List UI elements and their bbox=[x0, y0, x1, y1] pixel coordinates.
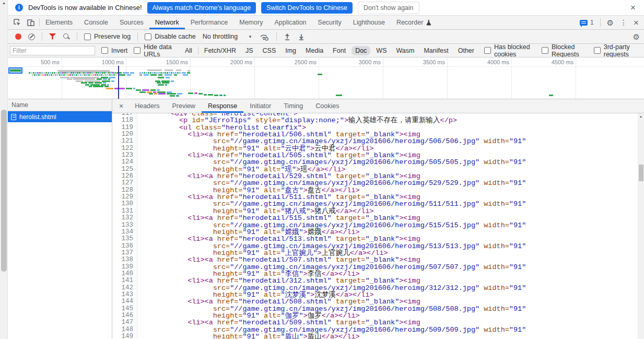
detail-tab-cookies[interactable]: Cookies bbox=[309, 99, 345, 113]
detail-tab-response[interactable]: Response bbox=[202, 99, 243, 113]
detail-tab-initiator[interactable]: Initiator bbox=[243, 99, 277, 113]
dont-show-again-button[interactable]: Don't show again bbox=[358, 2, 419, 14]
detail-tab-timing[interactable]: Timing bbox=[277, 99, 309, 113]
filter-type-img[interactable]: Img bbox=[282, 46, 300, 55]
detail-close-icon[interactable]: × bbox=[112, 99, 128, 113]
filter-type-manifest[interactable]: Manifest bbox=[420, 46, 452, 55]
waterfall-bar bbox=[147, 69, 162, 71]
main-tabs: ElementsConsoleSourcesNetworkPerformance… bbox=[40, 16, 437, 29]
network-main-split: Name herolist.shtml × HeadersPreviewResp… bbox=[8, 99, 644, 339]
page-scrollbar[interactable]: ▲ bbox=[0, 0, 8, 339]
checkbox[interactable] bbox=[594, 47, 601, 54]
detail-tab-headers[interactable]: Headers bbox=[128, 99, 166, 113]
timeline-gridline bbox=[576, 57, 576, 99]
filter-type-all[interactable]: All bbox=[181, 46, 196, 55]
has-blocked-cookies-checkbox[interactable]: Has blocked cookies bbox=[484, 43, 535, 58]
network-overview-waterfall[interactable]: 500 ms1000 ms1500 ms2000 ms2500 ms3000 m… bbox=[8, 57, 644, 99]
filter-funnel-icon[interactable] bbox=[49, 33, 56, 40]
devtools-window: ▲ i DevTools is now available in Chinese… bbox=[0, 0, 644, 339]
waterfall-bar bbox=[108, 72, 110, 74]
name-column-header[interactable]: Name bbox=[8, 99, 112, 111]
device-toolbar-icon[interactable] bbox=[27, 18, 35, 27]
checkbox[interactable] bbox=[84, 33, 91, 40]
request-type-filters: AllFetch/XHRJSCSSImgMediaFontDocWSWasmMa… bbox=[181, 46, 478, 55]
waterfall-bar bbox=[123, 72, 129, 74]
filter-type-wasm[interactable]: Wasm bbox=[393, 46, 418, 55]
request-row-herolist.shtml[interactable]: herolist.shtml bbox=[8, 111, 112, 122]
waterfall-bar bbox=[126, 88, 132, 89]
checkbox[interactable] bbox=[484, 47, 491, 54]
preserve-log-checkbox[interactable]: Preserve log bbox=[84, 33, 131, 40]
tabbar-icons bbox=[8, 16, 39, 29]
waterfall-bar bbox=[103, 74, 104, 76]
invert-checkbox[interactable]: Invert bbox=[101, 47, 127, 54]
tab-elements[interactable]: Elements bbox=[40, 16, 78, 29]
filter-input[interactable] bbox=[10, 46, 95, 55]
clear-icon[interactable] bbox=[28, 33, 35, 40]
waterfall-bar bbox=[67, 78, 72, 80]
tab-recorder[interactable]: Recorder bbox=[391, 16, 437, 29]
kebab-menu-icon[interactable]: ⋮ bbox=[620, 19, 627, 26]
switch-to-chinese-button[interactable]: Switch DevTools to Chinese bbox=[261, 2, 353, 14]
waterfall-bar bbox=[111, 80, 114, 82]
settings-gear-icon[interactable]: ⚙ bbox=[607, 19, 614, 27]
import-har-icon[interactable] bbox=[284, 33, 291, 41]
filter-type-other[interactable]: Other bbox=[454, 46, 478, 55]
infobar-close-icon[interactable]: × bbox=[627, 3, 639, 13]
checkbox[interactable] bbox=[134, 47, 140, 54]
checkbox[interactable] bbox=[145, 33, 151, 40]
checkbox[interactable] bbox=[101, 47, 108, 54]
response-scrollbar-thumb[interactable] bbox=[639, 165, 643, 181]
detail-tab-preview[interactable]: Preview bbox=[166, 99, 201, 113]
filter-type-js[interactable]: JS bbox=[242, 46, 257, 55]
search-icon[interactable] bbox=[63, 33, 70, 40]
throttling-dropdown[interactable]: No throttling ▼ bbox=[203, 33, 252, 40]
tab-console[interactable]: Console bbox=[78, 16, 114, 29]
always-match-language-button[interactable]: Always match Chrome's language bbox=[147, 2, 256, 14]
issues-counter[interactable]: 1 bbox=[580, 19, 594, 26]
inspect-element-icon[interactable] bbox=[13, 18, 21, 27]
tab-performance[interactable]: Performance bbox=[185, 16, 234, 29]
scroll-up-arrow-icon[interactable]: ▲ bbox=[638, 115, 644, 118]
waterfall-bar bbox=[119, 74, 125, 76]
waterfall-bar bbox=[57, 74, 58, 76]
waterfall-bar bbox=[85, 72, 87, 74]
waterfall-bar bbox=[104, 72, 106, 74]
record-button[interactable] bbox=[15, 33, 21, 40]
disable-cache-checkbox[interactable]: Disable cache bbox=[145, 33, 196, 40]
response-source-code: <div class="herolist-content"> <p id="JE… bbox=[137, 113, 638, 339]
detail-tabs-list: HeadersPreviewResponseInitiatorTimingCoo… bbox=[128, 99, 345, 113]
waterfall-bar bbox=[54, 72, 55, 74]
response-scrollbar[interactable]: ▲ bbox=[638, 113, 644, 339]
waterfall-bar bbox=[103, 78, 107, 80]
waterfall-bar bbox=[34, 74, 36, 76]
tab-network[interactable]: Network bbox=[149, 16, 185, 29]
network-settings-gear-icon[interactable]: ⚙ bbox=[633, 33, 640, 41]
filter-type-doc[interactable]: Doc bbox=[352, 46, 370, 55]
tab-sources[interactable]: Sources bbox=[114, 16, 149, 29]
hide-data-urls-checkbox[interactable]: Hide data URLs bbox=[134, 43, 175, 58]
checkbox[interactable] bbox=[542, 47, 548, 54]
filter-type-media[interactable]: Media bbox=[302, 46, 327, 55]
waterfall-bar bbox=[188, 70, 190, 72]
waterfall-bar bbox=[179, 72, 181, 74]
blocked-requests-checkbox[interactable]: Blocked Requests bbox=[542, 43, 588, 58]
export-har-icon[interactable] bbox=[298, 33, 305, 41]
waterfall-bar bbox=[219, 95, 223, 96]
tab-security[interactable]: Security bbox=[312, 16, 347, 29]
filter-type-ws[interactable]: WS bbox=[372, 46, 390, 55]
waterfall-bar bbox=[49, 74, 50, 76]
waterfall-bar bbox=[162, 82, 169, 84]
tab-memory[interactable]: Memory bbox=[233, 16, 268, 29]
devtools-close-icon[interactable]: × bbox=[634, 18, 639, 27]
page-scrollbar-thumb[interactable] bbox=[1, 110, 7, 272]
filter-type-css[interactable]: CSS bbox=[259, 46, 280, 55]
network-conditions-icon[interactable] bbox=[259, 32, 270, 41]
filter-type-font[interactable]: Font bbox=[329, 46, 349, 55]
tab-lighthouse[interactable]: Lighthouse bbox=[347, 16, 391, 29]
scroll-up-arrow-icon[interactable]: ▲ bbox=[0, 1, 8, 5]
waterfall-bar bbox=[165, 72, 166, 74]
third-party-requests-checkbox[interactable]: 3rd-party requests bbox=[594, 43, 640, 58]
filter-type-fetch-xhr[interactable]: Fetch/XHR bbox=[201, 46, 240, 55]
tab-application[interactable]: Application bbox=[268, 16, 312, 29]
